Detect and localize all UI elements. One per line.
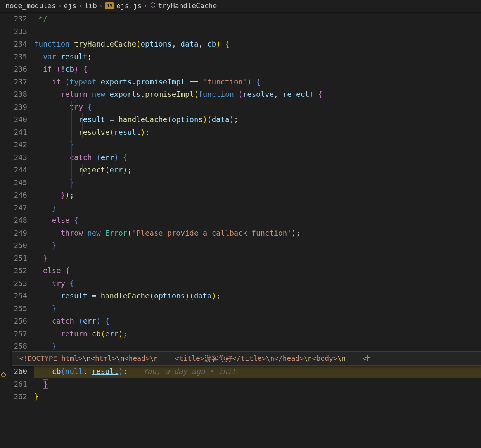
code-line[interactable]: 255 } bbox=[0, 302, 481, 315]
indent-guide bbox=[39, 76, 39, 88]
code-content[interactable]: if (typeof exports.promiseImpl == 'funct… bbox=[34, 76, 481, 88]
breadcrumb-part[interactable]: tryHandleCache bbox=[158, 2, 217, 10]
code-line[interactable]: 242 } bbox=[0, 138, 481, 151]
code-line[interactable]: 243 catch (err) { bbox=[0, 151, 481, 164]
breakpoint-icon[interactable] bbox=[1, 369, 6, 374]
code-content[interactable]: }); bbox=[34, 189, 481, 202]
code-line[interactable]: 247 } bbox=[0, 202, 481, 214]
code-content[interactable]: if (!cb) { bbox=[34, 63, 481, 76]
code-line[interactable]: 237 if (typeof exports.promiseImpl == 'f… bbox=[0, 76, 481, 88]
code-line[interactable]: 245 } bbox=[0, 176, 481, 189]
code-content[interactable]: */ bbox=[34, 12, 481, 25]
code-content[interactable]: else { bbox=[34, 264, 481, 277]
line-number[interactable]: 255 bbox=[0, 302, 34, 315]
line-number[interactable]: 244 bbox=[0, 164, 34, 176]
code-content[interactable]: reject(err); bbox=[34, 164, 481, 176]
indent-guide bbox=[39, 88, 39, 101]
code-line[interactable]: 246 }); bbox=[0, 189, 481, 202]
code-content[interactable]: var result; bbox=[34, 50, 481, 63]
code-line[interactable]: 236 if (!cb) { bbox=[0, 63, 481, 76]
line-number[interactable]: 240 bbox=[0, 113, 34, 126]
breadcrumb-part[interactable]: node_modules bbox=[5, 2, 56, 10]
code-content[interactable]: else { bbox=[34, 214, 481, 227]
line-number[interactable]: 252 bbox=[0, 264, 34, 277]
code-line[interactable]: 240 result = handleCache(options)(data); bbox=[0, 113, 481, 126]
line-number[interactable]: 245 bbox=[0, 176, 34, 189]
indent-guide bbox=[82, 126, 83, 139]
code-content[interactable]: try { bbox=[34, 101, 481, 114]
indent-guide bbox=[50, 365, 50, 378]
line-number[interactable]: 246 bbox=[0, 189, 34, 202]
line-number[interactable]: 254 bbox=[0, 289, 34, 302]
line-number[interactable]: 236 bbox=[0, 63, 34, 76]
breadcrumb-part[interactable]: ejs bbox=[64, 2, 76, 10]
line-number[interactable]: 249 bbox=[0, 227, 34, 240]
line-number[interactable]: 233 bbox=[0, 25, 34, 38]
line-number[interactable]: 235 bbox=[0, 50, 34, 63]
code-content[interactable] bbox=[34, 25, 481, 38]
code-line[interactable]: 249 throw new Error('Please provide a ca… bbox=[0, 227, 481, 240]
code-content[interactable]: return new exports.promiseImpl(function … bbox=[34, 88, 481, 101]
code-line[interactable]: 252 else { bbox=[0, 264, 481, 277]
code-line[interactable]: 253 try { bbox=[0, 277, 481, 290]
code-line[interactable]: 257 return cb(err); bbox=[0, 327, 481, 340]
code-editor[interactable]: 232 */233234function tryHandleCache(opti… bbox=[0, 12, 481, 448]
code-content[interactable]: } bbox=[34, 239, 481, 252]
code-content[interactable]: return cb(err); bbox=[34, 327, 481, 340]
breadcrumb-part[interactable]: lib bbox=[84, 2, 97, 10]
code-line[interactable]: 260 cb(null, result);You, a day ago • in… bbox=[0, 365, 481, 378]
code-content[interactable]: result = handleCache(options)(data); bbox=[34, 289, 481, 302]
code-line[interactable]: 256 catch (err) { bbox=[0, 315, 481, 327]
line-number[interactable]: 238 bbox=[0, 88, 34, 101]
line-number[interactable]: 247 bbox=[0, 202, 34, 214]
line-number[interactable]: 250 bbox=[0, 239, 34, 252]
line-number[interactable]: 234 bbox=[0, 38, 34, 50]
code-content[interactable]: throw new Error('Please provide a callba… bbox=[34, 227, 481, 240]
code-content[interactable]: cb(null, result);You, a day ago • init bbox=[34, 365, 481, 378]
code-content[interactable]: catch (err) { bbox=[34, 151, 481, 164]
line-number[interactable]: 261 bbox=[0, 378, 34, 391]
code-line[interactable]: 233 bbox=[0, 25, 481, 38]
code-content[interactable]: } bbox=[34, 378, 481, 391]
line-number[interactable]: 242 bbox=[0, 138, 34, 151]
code-line[interactable]: 239 try { bbox=[0, 101, 481, 114]
line-number[interactable]: 239 bbox=[0, 101, 34, 114]
code-content[interactable]: resolve(result); bbox=[34, 126, 481, 139]
line-number[interactable]: 262 bbox=[0, 390, 34, 403]
code-line[interactable]: 254 result = handleCache(options)(data); bbox=[0, 289, 481, 302]
code-line[interactable]: 238 return new exports.promiseImpl(funct… bbox=[0, 88, 481, 101]
breadcrumb-part[interactable]: ejs.js bbox=[116, 2, 142, 10]
code-line[interactable]: 261 } bbox=[0, 378, 481, 391]
code-content[interactable]: function tryHandleCache(options, data, c… bbox=[34, 38, 481, 50]
code-content[interactable]: } bbox=[34, 202, 481, 214]
code-line[interactable]: 250 } bbox=[0, 239, 481, 252]
code-line[interactable]: 244 reject(err); bbox=[0, 164, 481, 176]
code-content[interactable]: } bbox=[34, 252, 481, 265]
code-line[interactable]: 262} bbox=[0, 390, 481, 403]
indent-guide bbox=[61, 327, 61, 340]
line-number[interactable]: 256 bbox=[0, 315, 34, 327]
code-content[interactable]: } bbox=[34, 176, 481, 189]
code-line[interactable]: 235 var result; bbox=[0, 50, 481, 63]
code-content[interactable]: try { bbox=[34, 277, 481, 290]
line-number[interactable]: 232 bbox=[0, 12, 34, 25]
chevron-icon: › bbox=[99, 3, 102, 9]
line-number[interactable]: 243 bbox=[0, 151, 34, 164]
line-number[interactable]: 237 bbox=[0, 76, 34, 88]
code-line[interactable]: 234function tryHandleCache(options, data… bbox=[0, 38, 481, 50]
code-content[interactable]: result = handleCache(options)(data); bbox=[34, 113, 481, 126]
code-content[interactable]: } bbox=[34, 138, 481, 151]
line-number[interactable]: 253 bbox=[0, 277, 34, 290]
code-content[interactable]: } bbox=[34, 302, 481, 315]
code-content[interactable]: } bbox=[34, 390, 481, 403]
line-number[interactable]: 248 bbox=[0, 214, 34, 227]
breadcrumb[interactable]: node_modules › ejs › lib › JS ejs.js › t… bbox=[0, 0, 481, 12]
line-number[interactable]: 257 bbox=[0, 327, 34, 340]
line-number[interactable]: 251 bbox=[0, 252, 34, 265]
code-line[interactable]: 232 */ bbox=[0, 12, 481, 25]
code-line[interactable]: 241 resolve(result); bbox=[0, 126, 481, 139]
code-line[interactable]: 251 } bbox=[0, 252, 481, 265]
line-number[interactable]: 241 bbox=[0, 126, 34, 139]
code-line[interactable]: 248 else { bbox=[0, 214, 481, 227]
code-content[interactable]: catch (err) { bbox=[34, 315, 481, 327]
